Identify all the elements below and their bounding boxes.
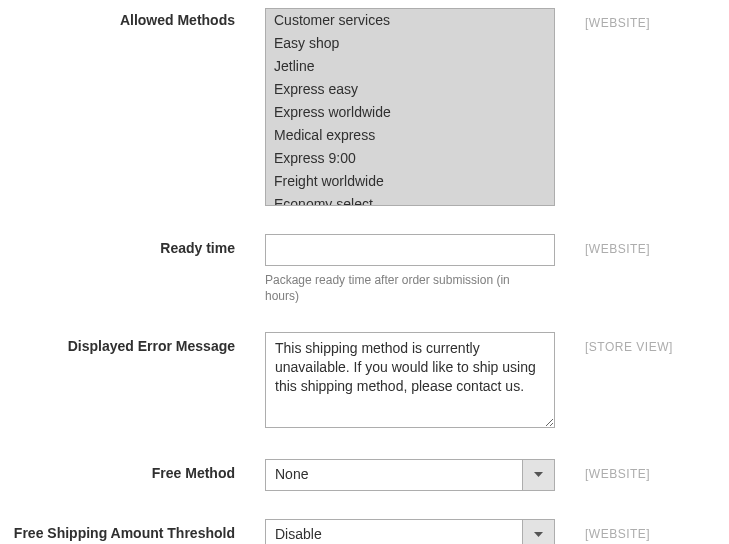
row-free-method: Free Method None [WEBSITE] (0, 459, 729, 491)
scope-label: [WEBSITE] (555, 519, 715, 541)
list-item[interactable]: Medical express (266, 124, 554, 147)
label-free-threshold: Free Shipping Amount Threshold (0, 519, 265, 541)
row-free-threshold: Free Shipping Amount Threshold Disable [… (0, 519, 729, 544)
free-threshold-select[interactable]: Disable (265, 519, 555, 544)
list-item[interactable]: Freight worldwide (266, 170, 554, 193)
list-item[interactable]: Express 9:00 (266, 147, 554, 170)
chevron-down-icon (522, 520, 554, 544)
label-ready-time: Ready time (0, 234, 265, 256)
ready-time-input[interactable] (265, 234, 555, 266)
list-item[interactable]: Easy shop (266, 32, 554, 55)
label-allowed-methods: Allowed Methods (0, 8, 265, 28)
shipping-config-form: Allowed Methods Customer services Easy s… (0, 0, 729, 544)
scope-label: [WEBSITE] (555, 234, 715, 256)
free-threshold-value: Disable (266, 520, 522, 544)
row-allowed-methods: Allowed Methods Customer services Easy s… (0, 8, 729, 206)
list-item[interactable]: Customer services (266, 9, 554, 32)
scope-label: [STORE VIEW] (555, 332, 715, 354)
free-method-select[interactable]: None (265, 459, 555, 491)
list-item[interactable]: Express worldwide (266, 101, 554, 124)
allowed-methods-multiselect[interactable]: Customer services Easy shop Jetline Expr… (265, 8, 555, 206)
free-method-value: None (266, 460, 522, 490)
label-free-method: Free Method (0, 459, 265, 481)
scope-label: [WEBSITE] (555, 459, 715, 481)
label-displayed-error: Displayed Error Message (0, 332, 265, 354)
list-item[interactable]: Express easy (266, 78, 554, 101)
row-displayed-error: Displayed Error Message [STORE VIEW] (0, 332, 729, 431)
row-ready-time: Ready time Package ready time after orde… (0, 234, 729, 304)
chevron-down-icon (522, 460, 554, 490)
scope-label: [WEBSITE] (555, 8, 715, 30)
list-item[interactable]: Economy select (266, 193, 554, 206)
list-item[interactable]: Jetline (266, 55, 554, 78)
ready-time-help: Package ready time after order submissio… (265, 272, 530, 304)
displayed-error-textarea[interactable] (265, 332, 555, 428)
